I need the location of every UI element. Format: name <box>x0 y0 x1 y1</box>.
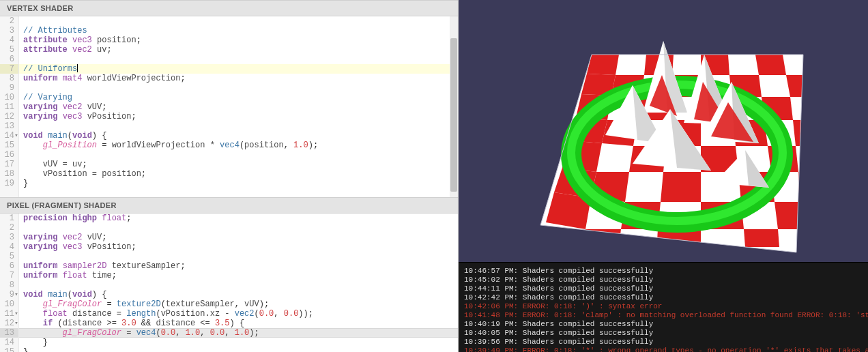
code-line[interactable]: attribute vec3 position; <box>19 35 458 45</box>
pixel-shader-header: PIXEL (FRAGMENT) SHADER <box>0 197 458 214</box>
code-line[interactable]: gl_FragColor = vec4(0.0, 1.0, 0.0, 1.0); <box>19 328 458 338</box>
log-line: 10:45:02 PM: Shaders compiled successful… <box>464 276 863 284</box>
code-line[interactable]: // Uniforms <box>19 64 458 74</box>
vertex-code[interactable]: // Attributesattribute vec3 position;att… <box>19 16 458 197</box>
svg-marker-26 <box>661 172 701 202</box>
code-line[interactable]: uniform sampler2D textureSampler; <box>19 261 458 271</box>
code-line[interactable]: attribute vec2 uv; <box>19 45 458 55</box>
code-line[interactable] <box>19 121 458 131</box>
code-line[interactable]: varying vec3 vPosition; <box>19 112 458 121</box>
code-line[interactable] <box>19 55 458 64</box>
vertex-scrollbar[interactable] <box>450 16 458 197</box>
svg-marker-36 <box>744 229 779 247</box>
render-preview <box>459 0 868 262</box>
editor-pane: VERTEX SHADER 234567891011121314▾1516171… <box>0 0 459 352</box>
pixel-code[interactable]: precision highp float;varying vec2 vUV;v… <box>19 214 458 352</box>
vertex-shader-header: VERTEX SHADER <box>0 0 458 16</box>
code-line[interactable]: gl_Position = worldViewProjection * vec4… <box>19 141 458 150</box>
svg-marker-33 <box>775 202 798 229</box>
vertex-scrollbar-thumb[interactable] <box>450 38 457 192</box>
code-line[interactable]: uniform mat4 worldViewProjection; <box>19 74 458 83</box>
code-line[interactable] <box>19 280 458 290</box>
code-line[interactable]: void main(void) { <box>19 290 458 299</box>
log-line: 10:42:42 PM: Shaders compiled successful… <box>464 293 863 302</box>
code-line[interactable] <box>19 83 458 93</box>
code-line[interactable]: // Varying <box>19 93 458 102</box>
code-line[interactable]: } <box>19 338 458 347</box>
log-error-line: 10:41:48 PM: ERROR: 0:18: 'clamp' : no m… <box>464 311 863 320</box>
code-line[interactable]: } <box>19 179 458 188</box>
code-line[interactable]: void main(void) { <box>19 131 458 141</box>
log-line: 10:44:11 PM: Shaders compiled successful… <box>464 284 863 293</box>
code-line[interactable]: float distance = length(vPosition.xz - v… <box>19 309 458 319</box>
code-line[interactable]: } <box>19 347 458 352</box>
code-line[interactable] <box>19 252 458 261</box>
vertex-gutter: 234567891011121314▾1516171819 <box>0 16 19 197</box>
log-error-line: 10:42:06 PM: ERROR: 0:18: ')' : syntax e… <box>464 302 863 311</box>
compile-log-console[interactable]: 10:46:57 PM: Shaders compiled successful… <box>459 262 868 352</box>
log-line: 10:46:57 PM: Shaders compiled successful… <box>464 267 863 276</box>
code-line[interactable]: varying vec2 vUV; <box>19 233 458 242</box>
code-line[interactable] <box>19 16 458 26</box>
code-line[interactable]: vPosition = position; <box>19 169 458 179</box>
svg-marker-3 <box>587 55 619 75</box>
code-line[interactable]: gl_FragColor = texture2D(textureSampler,… <box>19 299 458 309</box>
code-line[interactable]: // Attributes <box>19 26 458 35</box>
log-line: 10:39:56 PM: Shaders compiled successful… <box>464 338 863 347</box>
code-line[interactable] <box>19 223 458 233</box>
vertex-shader-editor[interactable]: 234567891011121314▾1516171819 // Attribu… <box>0 16 458 197</box>
code-line[interactable]: varying vec2 vUV; <box>19 102 458 112</box>
code-line[interactable]: uniform float time; <box>19 271 458 280</box>
pixel-gutter: 123456789▾1011▾12▾131415 <box>0 214 19 352</box>
log-line: 10:40:19 PM: Shaders compiled successful… <box>464 320 863 329</box>
code-line[interactable]: varying vec3 vPosition; <box>19 242 458 252</box>
svg-marker-6 <box>755 55 786 75</box>
code-line[interactable]: vUV = uv; <box>19 160 458 169</box>
code-line[interactable] <box>19 150 458 160</box>
right-pane: 10:46:57 PM: Shaders compiled successful… <box>459 0 868 352</box>
log-line: 10:40:05 PM: Shaders compiled successful… <box>464 329 863 338</box>
code-line[interactable]: if (distance >= 3.0 && distance <= 3.5) … <box>19 319 458 328</box>
pixel-shader-editor[interactable]: 123456789▾1011▾12▾131415 precision highp… <box>0 214 458 352</box>
log-error-line: 10:39:49 PM: ERROR: 0:18: '*' : wrong op… <box>464 347 863 352</box>
3d-viewport[interactable] <box>459 0 868 262</box>
code-line[interactable]: precision highp float; <box>19 214 458 223</box>
